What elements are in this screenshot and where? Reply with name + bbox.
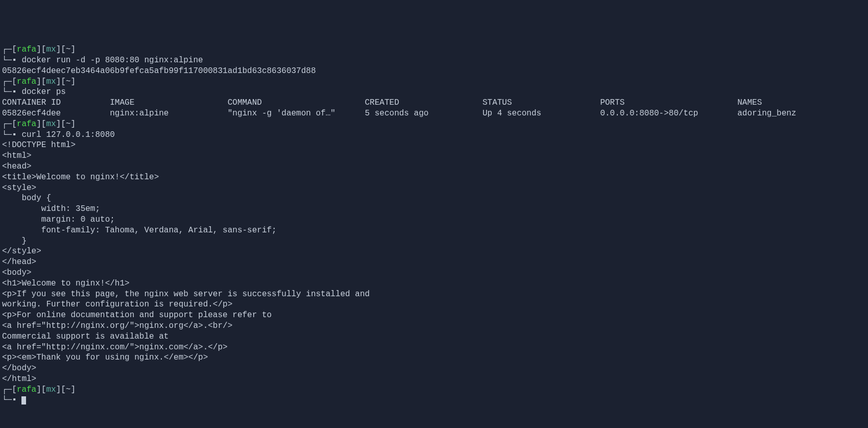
curl-line: </body> <box>2 363 866 374</box>
curl-line: </html> <box>2 374 866 385</box>
prompt-host: mx <box>46 385 56 394</box>
curl-line: <h1>Welcome to nginx!</h1> <box>2 278 866 289</box>
bracket-close: ] <box>36 385 41 394</box>
bracket-open: [ <box>41 385 46 394</box>
curl-line: <a href="http://nginx.com/">nginx.com</a… <box>2 342 866 353</box>
ps-h-status: STATUS <box>483 98 600 107</box>
prompt-host: mx <box>46 45 56 54</box>
curl-line: <body> <box>2 268 866 278</box>
bracket-open: [ <box>61 45 66 54</box>
prompt-line-2: ┌─[rafa][mx][~] <box>2 77 866 87</box>
bracket-open: [ <box>12 120 17 129</box>
ps-names: adoring_benz <box>737 109 796 118</box>
curl-line: </style> <box>2 246 866 257</box>
bracket-close: ] <box>36 77 41 86</box>
bracket-close: ] <box>56 77 61 86</box>
prompt-marker: ▪ <box>12 87 17 97</box>
prompt-line-1: ┌─[rafa][mx][~] <box>2 44 866 55</box>
curl-line: Commercial support is available at <box>2 331 866 342</box>
curl-line: } <box>2 236 866 247</box>
bracket-open: [ <box>61 120 66 129</box>
ps-h-names: NAMES <box>737 98 762 107</box>
curl-line: margin: 0 auto; <box>2 215 866 225</box>
ps-created: 5 seconds ago <box>365 109 483 118</box>
curl-line: <a href="http://nginx.org/">nginx.org</a… <box>2 321 866 331</box>
curl-line: </head> <box>2 257 866 268</box>
curl-line: body { <box>2 193 866 204</box>
bracket-close: ] <box>56 45 61 54</box>
command-line-2: └─▪ docker ps <box>2 87 866 98</box>
box-corner: ┌─ <box>2 77 12 86</box>
curl-line: <title>Welcome to nginx!</title> <box>2 172 866 183</box>
box-corner: └─ <box>2 87 12 97</box>
ps-container-id: 05826ecf4dee <box>2 109 110 118</box>
ps-h-created: CREATED <box>365 98 483 107</box>
bracket-close: ] <box>70 120 76 129</box>
ps-image: nginx:alpine <box>110 109 227 118</box>
prompt-marker: ▪ <box>12 130 17 139</box>
bracket-close: ] <box>56 385 61 394</box>
prompt-user: rafa <box>17 385 36 394</box>
ps-h-command: COMMAND <box>228 98 365 107</box>
prompt-user: rafa <box>17 77 36 86</box>
ps-header-row: CONTAINER ID IMAGE COMMAND CREATED STATU… <box>2 98 866 108</box>
bracket-open: [ <box>61 77 66 86</box>
bracket-open: [ <box>41 45 46 54</box>
bracket-close: ] <box>70 77 76 86</box>
curl-line: <p>For online documentation and support … <box>2 310 866 321</box>
command-line-1: └─▪ docker run -d -p 8080:80 nginx:alpin… <box>2 55 866 66</box>
bracket-open: [ <box>41 120 46 129</box>
prompt-line-4: ┌─[rafa][mx][~] <box>2 385 866 395</box>
terminal-cursor[interactable] <box>17 395 27 405</box>
prompt-host: mx <box>46 77 56 86</box>
curl-line: font-family: Tahoma, Verdana, Arial, san… <box>2 225 866 236</box>
bracket-open: [ <box>61 385 66 394</box>
command-text: docker ps <box>17 87 66 97</box>
command-line-4[interactable]: └─▪ <box>2 395 866 406</box>
command-text: docker run -d -p 8080:80 nginx:alpine <box>17 56 203 65</box>
prompt-marker: ▪ <box>12 56 17 65</box>
box-corner: └─ <box>2 395 12 405</box>
curl-line: <!DOCTYPE html> <box>2 140 866 151</box>
bracket-close: ] <box>56 120 61 129</box>
prompt-host: mx <box>46 120 56 129</box>
prompt-marker: ▪ <box>12 395 17 405</box>
curl-line: <style> <box>2 183 866 194</box>
ps-data-row: 05826ecf4dee nginx:alpine "nginx -g 'dae… <box>2 108 866 119</box>
bracket-open: [ <box>12 77 17 86</box>
bracket-close: ] <box>70 45 76 54</box>
command-text: curl 127.0.0.1:8080 <box>17 130 115 139</box>
bracket-open: [ <box>41 77 46 86</box>
curl-line: <head> <box>2 161 866 172</box>
curl-line: working. Further configuration is requir… <box>2 299 866 310</box>
prompt-line-3: ┌─[rafa][mx][~] <box>2 119 866 130</box>
bracket-close: ] <box>70 385 76 394</box>
ps-h-ports: PORTS <box>600 98 737 107</box>
ps-h-container-id: CONTAINER ID <box>2 98 110 107</box>
curl-line: width: 35em; <box>2 204 866 215</box>
prompt-user: rafa <box>17 45 36 54</box>
terminal-output[interactable]: ┌─[rafa][mx][~]└─▪ docker run -d -p 8080… <box>2 44 866 406</box>
box-corner: ┌─ <box>2 45 12 54</box>
output-container-id: 05826ecf4deec7eb3464a06b9fefca5afb99f117… <box>2 66 866 77</box>
bracket-open: [ <box>12 45 17 54</box>
ps-ports: 0.0.0.0:8080->80/tcp <box>600 109 737 118</box>
ps-h-image: IMAGE <box>110 98 227 107</box>
ps-command: "nginx -g 'daemon of…" <box>228 109 365 118</box>
box-corner: ┌─ <box>2 385 12 394</box>
curl-line: <html> <box>2 151 866 161</box>
bracket-close: ] <box>36 120 41 129</box>
box-corner: └─ <box>2 56 12 65</box>
curl-line: <p><em>Thank you for using nginx.</em></… <box>2 352 866 363</box>
bracket-open: [ <box>12 385 17 394</box>
box-corner: └─ <box>2 130 12 139</box>
bracket-close: ] <box>36 45 41 54</box>
curl-line: <p>If you see this page, the nginx web s… <box>2 289 866 300</box>
prompt-user: rafa <box>17 120 36 129</box>
command-line-3: └─▪ curl 127.0.0.1:8080 <box>2 130 866 140</box>
ps-status: Up 4 seconds <box>483 109 600 118</box>
box-corner: ┌─ <box>2 120 12 129</box>
